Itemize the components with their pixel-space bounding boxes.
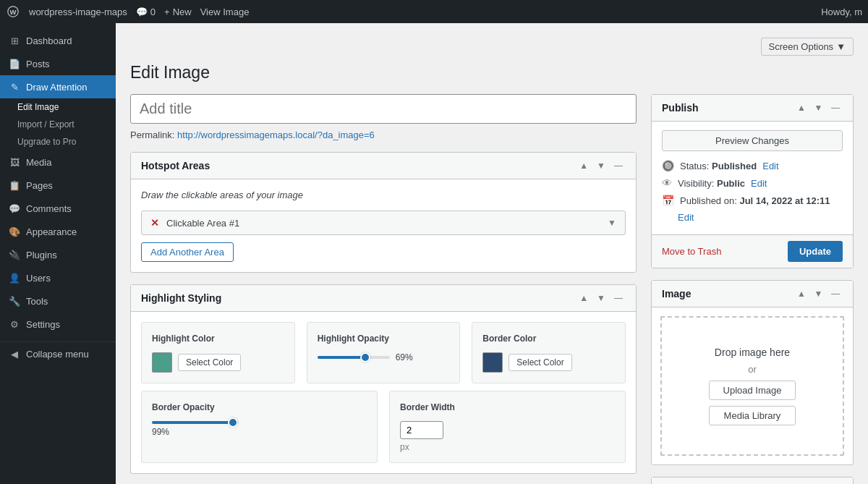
sidebar-item-settings[interactable]: ⚙ Settings: [0, 313, 116, 336]
image-controls: ▲ ▼ —: [794, 288, 843, 300]
media-library-button[interactable]: Media Library: [709, 406, 796, 425]
calendar-icon: 📅: [662, 195, 674, 206]
visibility-edit-link[interactable]: Edit: [751, 178, 767, 189]
publish-toggle-button[interactable]: —: [828, 102, 843, 114]
highlight-styling-header[interactable]: Highlight Styling ▲ ▼ —: [131, 285, 636, 312]
status-edit-link[interactable]: Edit: [762, 161, 778, 171]
publish-header[interactable]: Publish ▲ ▼ —: [652, 95, 853, 122]
border-opacity-slider[interactable]: [152, 421, 239, 424]
highlight-color-swatch[interactable]: [152, 352, 172, 373]
sidebar-item-tools[interactable]: 🔧 Tools: [0, 289, 116, 313]
tools-icon: 🔧: [9, 295, 20, 307]
update-button[interactable]: Update: [788, 241, 843, 262]
page-title: Edit Image: [130, 63, 854, 82]
highlight-select-color-button[interactable]: Select Color: [178, 354, 241, 371]
image-toggle-button[interactable]: —: [828, 288, 843, 300]
highlight-toggle-button[interactable]: —: [611, 292, 626, 304]
sidebar-item-dashboard[interactable]: ⊞ Dashboard: [0, 29, 116, 52]
sidebar-item-comments[interactable]: 💬 Comments: [0, 197, 116, 220]
hotspot-toggle-button[interactable]: —: [611, 160, 626, 171]
highlight-color-picker: Select Color: [152, 352, 284, 373]
shortcode-header[interactable]: Copy Shortcode ▲ ▼ —: [652, 477, 853, 484]
publish-controls: ▲ ▼ —: [794, 102, 843, 114]
screen-options-bar: Screen Options ▼: [130, 38, 854, 56]
collapse-icon: ◀: [9, 348, 20, 360]
border-opacity-cell: Border Opacity 99%: [141, 391, 378, 463]
sidebar-item-media[interactable]: 🖼 Media: [0, 150, 116, 174]
highlight-controls: ▲ ▼ —: [576, 292, 626, 304]
border-width-cell: Border Width px: [389, 391, 626, 463]
main-content: Screen Options ▼ Edit Image Permalink: h…: [116, 23, 868, 484]
highlight-color-cell: Highlight Color Select Color: [141, 322, 295, 383]
users-icon: 👤: [9, 272, 20, 284]
image-header[interactable]: Image ▲ ▼ —: [652, 281, 853, 307]
image-collapse-down-button[interactable]: ▼: [811, 288, 825, 300]
status-icon: 🔘: [662, 160, 674, 171]
sidebar-item-appearance[interactable]: 🎨 Appearance: [0, 220, 116, 243]
image-drop-area[interactable]: Drop image here or Upload Image Media Li…: [660, 316, 844, 456]
hotspot-areas-body: Draw the clickable areas of your image ✕…: [131, 179, 636, 272]
move-to-trash-link[interactable]: Move to Trash: [662, 246, 721, 257]
sidebar: ⊞ Dashboard 📄 Posts ✎ Draw Attention Edi…: [0, 23, 116, 484]
upload-image-button[interactable]: Upload Image: [709, 381, 796, 400]
hotspot-controls: ▲ ▼ —: [576, 160, 626, 171]
preview-changes-button[interactable]: Preview Changes: [662, 130, 843, 151]
publish-body: Preview Changes 🔘 Status: Published Edit…: [652, 122, 853, 234]
sidebar-item-users[interactable]: 👤 Users: [0, 266, 116, 289]
border-color-swatch[interactable]: [482, 352, 503, 373]
content-area: Permalink: http://wordpressimagemaps.loc…: [130, 94, 854, 484]
remove-area-button[interactable]: ✕: [150, 217, 159, 229]
permalink: Permalink: http://wordpressimagemaps.loc…: [130, 130, 637, 140]
collapse-menu: ◀ Collapse menu: [0, 341, 116, 365]
svg-text:W: W: [9, 8, 17, 16]
screen-options-button[interactable]: Screen Options ▼: [761, 38, 854, 56]
comments-bubble-icon: 💬: [9, 203, 20, 214]
chevron-down-icon: ▼: [836, 41, 846, 52]
publish-collapse-up-button[interactable]: ▲: [794, 102, 809, 114]
dashboard-icon: ⊞: [9, 35, 20, 46]
new-content-button[interactable]: + New: [164, 7, 192, 17]
view-image-link[interactable]: View Image: [200, 7, 250, 17]
clickable-area-row[interactable]: ✕ Clickable Area #1 ▼: [141, 211, 626, 235]
admin-bar: W wordpress-image-maps 💬 0 + New View Im…: [0, 0, 868, 23]
sidebar-item-draw-attention[interactable]: ✎ Draw Attention: [0, 75, 116, 98]
hotspot-collapse-down-button[interactable]: ▼: [594, 160, 608, 171]
publish-footer: Move to Trash Update: [652, 234, 853, 268]
highlight-collapse-up-button[interactable]: ▲: [576, 292, 591, 304]
sidebar-item-posts[interactable]: 📄 Posts: [0, 52, 116, 75]
image-collapse-up-button[interactable]: ▲: [794, 288, 809, 300]
plugins-icon: 🔌: [9, 249, 20, 260]
pages-icon: 📋: [9, 179, 20, 191]
sidebar-item-pages[interactable]: 📋 Pages: [0, 174, 116, 197]
draw-attention-submenu: Edit Image Import / Export Upgrade to Pr…: [0, 98, 116, 150]
collapse-menu-button[interactable]: ◀ Collapse menu: [0, 342, 116, 365]
appearance-icon: 🎨: [9, 226, 20, 237]
sidebar-item-plugins[interactable]: 🔌 Plugins: [0, 243, 116, 266]
permalink-link[interactable]: http://wordpressimagemaps.local/?da_imag…: [177, 130, 375, 140]
publish-box: Publish ▲ ▼ — Preview Changes 🔘: [651, 94, 854, 268]
submenu-import-export[interactable]: Import / Export: [9, 116, 116, 133]
hotspot-collapse-up-button[interactable]: ▲: [576, 160, 591, 171]
site-name[interactable]: wordpress-image-maps: [29, 7, 127, 17]
border-width-wrap: px: [400, 421, 615, 452]
post-title-input[interactable]: [130, 94, 637, 124]
media-icon: 🖼: [9, 156, 20, 168]
add-another-area-button[interactable]: Add Another Area: [141, 242, 234, 262]
publish-collapse-down-button[interactable]: ▼: [811, 102, 825, 114]
highlight-styling-box: Highlight Styling ▲ ▼ — Highlight Color: [130, 284, 637, 474]
submenu-upgrade-pro[interactable]: Upgrade to Pro: [9, 133, 116, 150]
wp-logo-icon[interactable]: W: [6, 4, 20, 19]
published-date-edit-link[interactable]: Edit: [678, 212, 694, 223]
highlight-opacity-slider[interactable]: [318, 356, 390, 359]
comments-link[interactable]: 💬 0: [136, 7, 156, 17]
area-expand-icon: ▼: [608, 218, 616, 228]
highlight-opacity-slider-wrap: 69%: [318, 352, 450, 362]
highlight-collapse-down-button[interactable]: ▼: [594, 292, 608, 304]
border-width-input[interactable]: [400, 421, 443, 439]
highlight-row2: Border Opacity 99% Border Width: [141, 391, 626, 463]
hotspot-areas-box: Hotspot Areas ▲ ▼ — Draw the clickable a…: [130, 152, 637, 273]
border-select-color-button[interactable]: Select Color: [509, 354, 571, 371]
hotspot-areas-header[interactable]: Hotspot Areas ▲ ▼ —: [131, 153, 636, 179]
main-column: Permalink: http://wordpressimagemaps.loc…: [130, 94, 637, 484]
submenu-edit-image[interactable]: Edit Image: [9, 98, 116, 116]
